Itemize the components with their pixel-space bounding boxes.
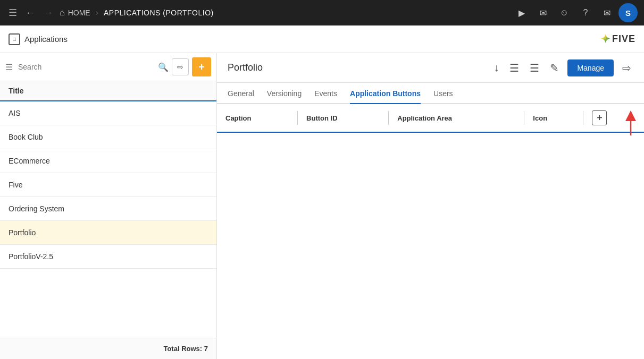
tab-users[interactable]: Users	[433, 83, 453, 104]
table-area: Caption Button ID Application Area Icon …	[217, 104, 644, 359]
sidebar-list: AIS Book Club ECommerce Five Ordering Sy…	[0, 101, 216, 338]
home-label: HOME	[68, 8, 90, 17]
search-wrap	[16, 59, 155, 74]
breadcrumb-sep: ›	[96, 8, 98, 18]
sidebar-import-button[interactable]: ⇨	[172, 58, 189, 75]
robot-icon[interactable]: ☺	[555, 3, 574, 22]
app-title-text: Applications	[24, 35, 68, 44]
list-item[interactable]: Book Club	[0, 125, 216, 149]
sidebar: ☰ 🔍 ⇨ + Title AIS Book Club ECommerce Fi…	[0, 53, 217, 359]
chat-icon[interactable]: ✉	[533, 3, 553, 22]
five-logo-icon: ✦	[600, 32, 610, 46]
col-caption: Caption	[217, 104, 298, 132]
content-header: Portfolio ↓ ☰ ☰ ✎ Manage ⇨	[217, 53, 644, 83]
help-icon[interactable]: ?	[576, 3, 595, 22]
add-row-button[interactable]: +	[592, 110, 607, 125]
filter-icon[interactable]: ☰	[5, 62, 13, 72]
list-item[interactable]: Ordering System	[0, 197, 216, 221]
tab-general[interactable]: General	[228, 83, 254, 104]
col-application-area: Application Area	[389, 104, 524, 132]
tab-application-buttons[interactable]: Application Buttons	[350, 83, 421, 104]
col-add: +	[583, 104, 644, 132]
buttons-table: Caption Button ID Application Area Icon …	[217, 104, 644, 133]
list-item[interactable]: ECommerce	[0, 149, 216, 173]
app-title-section: □ Applications	[9, 33, 68, 45]
tab-events[interactable]: Events	[314, 83, 337, 104]
back-icon[interactable]: ⇨	[620, 59, 633, 76]
sidebar-search-bar: ☰ 🔍 ⇨ +	[0, 53, 216, 81]
tabs-bar: General Versioning Events Application Bu…	[217, 83, 644, 104]
download-icon[interactable]: ↓	[491, 59, 501, 76]
app-icon: □	[9, 33, 20, 45]
topbar-actions: ▶ ✉ ☺ ? ✉ S	[512, 3, 638, 22]
notification-icon[interactable]: ✉	[597, 3, 616, 22]
tab-versioning[interactable]: Versioning	[267, 83, 302, 104]
hamburger-icon[interactable]: ☰	[6, 5, 19, 21]
list-item[interactable]: AIS	[0, 101, 216, 125]
back-nav-icon[interactable]: ←	[23, 5, 37, 21]
sidebar-add-button[interactable]: +	[192, 57, 211, 76]
topbar: ☰ ← → ⌂ HOME › APPLICATIONS (PORTFOLIO) …	[0, 0, 644, 25]
sidebar-footer: Total Rows: 7	[0, 338, 216, 359]
list-item[interactable]: Five	[0, 173, 216, 197]
five-logo-text: FIVE	[612, 33, 635, 45]
list-item-portfolio[interactable]: Portfolio	[0, 221, 216, 245]
five-logo: ✦ FIVE	[600, 32, 635, 46]
content-panel: Portfolio ↓ ☰ ☰ ✎ Manage ⇨ General Versi…	[217, 53, 644, 359]
copy-icon[interactable]: ☰	[528, 59, 541, 76]
home-icon: ⌂	[60, 8, 65, 18]
home-link[interactable]: ⌂ HOME	[60, 8, 90, 18]
appbar: □ Applications ✦ FIVE	[0, 25, 644, 53]
history-icon[interactable]: ☰	[507, 59, 521, 76]
search-icon[interactable]: 🔍	[158, 62, 169, 72]
breadcrumb: APPLICATIONS (PORTFOLIO)	[104, 8, 214, 17]
avatar[interactable]: S	[618, 3, 638, 22]
col-icon: Icon	[524, 104, 583, 132]
content-title: Portfolio	[228, 62, 485, 73]
search-input[interactable]	[16, 59, 155, 74]
col-button-id: Button ID	[298, 104, 389, 132]
forward-nav-icon[interactable]: →	[41, 5, 55, 21]
play-icon[interactable]: ▶	[512, 3, 531, 22]
list-item[interactable]: PortfolioV-2.5	[0, 245, 216, 269]
sidebar-column-header: Title	[0, 81, 216, 101]
main-layout: ☰ 🔍 ⇨ + Title AIS Book Club ECommerce Fi…	[0, 53, 644, 359]
manage-button[interactable]: Manage	[567, 59, 614, 76]
edit-icon[interactable]: ✎	[548, 59, 561, 76]
